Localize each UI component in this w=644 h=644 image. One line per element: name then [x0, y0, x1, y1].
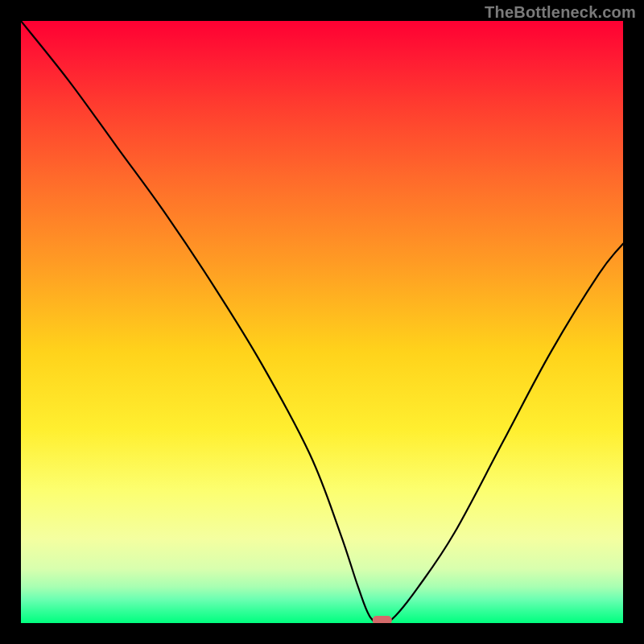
- curve-layer: [21, 21, 623, 623]
- plot-area: [21, 21, 623, 623]
- bottleneck-curve: [21, 21, 623, 623]
- watermark-label: TheBottleneck.com: [485, 3, 636, 22]
- chart-frame: TheBottleneck.com: [0, 0, 644, 644]
- optimum-marker: [373, 616, 392, 623]
